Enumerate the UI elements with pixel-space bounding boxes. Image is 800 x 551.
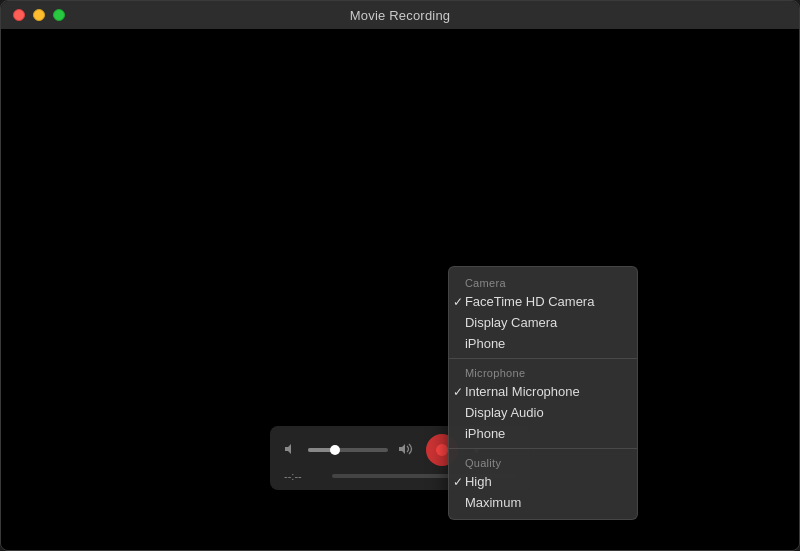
svg-marker-0 [285, 444, 291, 454]
camera-display-label: Display Camera [465, 315, 557, 330]
mic-display-audio-item[interactable]: Display Audio [449, 402, 637, 423]
volume-slider[interactable] [308, 448, 388, 452]
quality-high-check: ✓ [453, 475, 463, 489]
quality-section-label: Quality [449, 453, 637, 471]
camera-facetime-label: FaceTime HD Camera [465, 294, 595, 309]
mic-iphone-item[interactable]: iPhone [449, 423, 637, 444]
camera-display-item[interactable]: Display Camera [449, 312, 637, 333]
dropdown-menu: Camera ✓ FaceTime HD Camera Display Came… [448, 266, 638, 520]
video-area: ▾ --:-- Camera ✓ FaceTime HD Camera Disp… [1, 29, 799, 550]
camera-iphone-label: iPhone [465, 336, 505, 351]
mic-internal-item[interactable]: ✓ Internal Microphone [449, 381, 637, 402]
time-display: --:-- [284, 470, 324, 482]
mic-display-audio-label: Display Audio [465, 405, 544, 420]
app-window: Movie Recording [0, 0, 800, 551]
volume-knob[interactable] [330, 445, 340, 455]
window-controls [13, 9, 65, 21]
volume-low-icon [284, 442, 298, 459]
mic-internal-check: ✓ [453, 385, 463, 399]
maximize-button[interactable] [53, 9, 65, 21]
mic-internal-label: Internal Microphone [465, 384, 580, 399]
quality-maximum-item[interactable]: Maximum [449, 492, 637, 513]
minimize-button[interactable] [33, 9, 45, 21]
close-button[interactable] [13, 9, 25, 21]
record-icon [436, 444, 448, 456]
camera-facetime-item[interactable]: ✓ FaceTime HD Camera [449, 291, 637, 312]
camera-facetime-check: ✓ [453, 295, 463, 309]
divider-2 [449, 448, 637, 449]
window-title: Movie Recording [350, 8, 451, 23]
divider-1 [449, 358, 637, 359]
camera-iphone-item[interactable]: iPhone [449, 333, 637, 354]
volume-high-icon [398, 442, 416, 459]
svg-marker-1 [399, 444, 405, 454]
camera-section-label: Camera [449, 273, 637, 291]
quality-maximum-label: Maximum [465, 495, 521, 510]
quality-high-item[interactable]: ✓ High [449, 471, 637, 492]
mic-iphone-label: iPhone [465, 426, 505, 441]
quality-high-label: High [465, 474, 492, 489]
microphone-section-label: Microphone [449, 363, 637, 381]
title-bar: Movie Recording [1, 1, 799, 29]
